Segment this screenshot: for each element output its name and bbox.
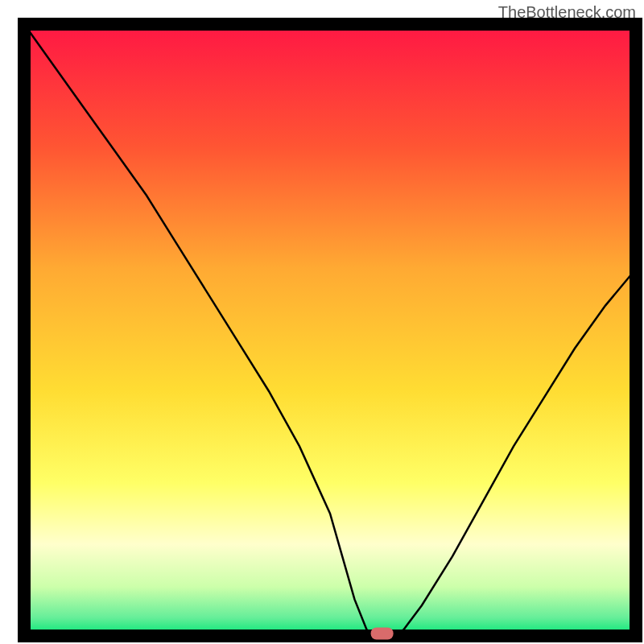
plot-background [24, 24, 636, 636]
optimal-marker [371, 628, 394, 640]
chart-svg [0, 0, 644, 644]
watermark-text: TheBottleneck.com [498, 3, 636, 22]
chart-container: TheBottleneck.com [0, 0, 644, 644]
